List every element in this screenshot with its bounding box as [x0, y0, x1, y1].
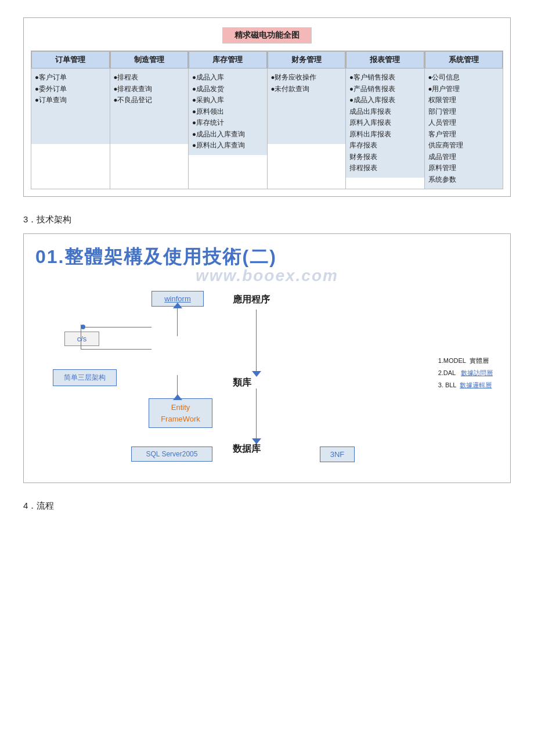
func-col-body: ●客户订单●委外订单●订单查询	[31, 69, 110, 144]
func-col-header: 系统管理	[425, 51, 503, 69]
func-col-item: ●原料领出	[192, 106, 264, 118]
func-col-item: 客户管理	[428, 129, 500, 141]
func-col: 库存管理●成品入库●成品发货●采购入库●原料领出●库存统计●成品出入库查询●原料…	[189, 51, 268, 189]
func-col-header: 财务管理	[268, 51, 346, 69]
func-col-item: ●客户销售报表	[349, 72, 421, 84]
right-labels: 1.MODEL 實體層 2.DAL 數據訪問層 3. BLL 數據邏輯層	[438, 355, 493, 391]
func-col-item: ●排程表查询	[114, 84, 185, 95]
tech-diagram: 01.整體架構及使用技術(二) www.booex.com winform 應用…	[23, 233, 511, 483]
func-col: 制造管理●排程表●排程表查询●不良品登记	[110, 51, 189, 189]
func-col-item: ●客户订单	[35, 72, 106, 84]
func-col-item: 供应商管理	[428, 140, 500, 152]
func-col-item: 原料入库报表	[349, 117, 421, 129]
func-col-item: ●财务应收操作	[271, 72, 342, 84]
func-col-item: ●原料出入库查询	[192, 140, 264, 152]
section4-heading: 4．流程	[23, 501, 511, 512]
func-col-item: ●库存统计	[192, 117, 264, 129]
func-col-item: 库存报表	[349, 140, 421, 152]
func-col-item: 人员管理	[428, 117, 500, 129]
nf-box: 3NF	[320, 447, 355, 462]
func-col-item: ●成品入库报表	[349, 95, 421, 106]
func-col: 报表管理●客户销售报表●产品销售报表●成品入库报表成品出库报表原料入库报表原料出…	[346, 51, 425, 189]
func-col-item: 排程报表	[349, 163, 421, 174]
simple-arch-box: 简单三层架构	[53, 369, 117, 386]
func-col-item: ●订单查询	[35, 95, 106, 106]
func-col-item: 成品管理	[428, 152, 500, 163]
func-columns: 订单管理●客户订单●委外订单●订单查询制造管理●排程表●排程表查询●不良品登记库…	[31, 51, 503, 189]
class-label: 類库	[233, 377, 251, 389]
func-col-item: 财务报表	[349, 152, 421, 163]
bll-label: 3. BLL 數據邏輯層	[438, 379, 493, 391]
section3-heading: 3．技术架构	[23, 214, 511, 225]
func-col-item: ●产品销售报表	[349, 84, 421, 95]
func-col-item: 系统参数	[428, 174, 500, 186]
func-col-body: ●成品入库●成品发货●采购入库●原料领出●库存统计●成品出入库查询●原料出入库查…	[189, 69, 267, 155]
dal-label: 2.DAL 數據訪問層	[438, 367, 493, 379]
tech-body: winform 應用程序 c/s 简单三层架构 類库 EntityFrameWo…	[35, 285, 499, 483]
sql-box: SQL Server2005	[131, 447, 212, 462]
func-col: 系统管理●公司信息●用户管理权限管理部门管理人员管理客户管理供应商管理成品管理原…	[425, 51, 503, 189]
func-col-item: ●委外订单	[35, 84, 106, 95]
function-diagram: 精求磁电功能全图 订单管理●客户订单●委外订单●订单查询制造管理●排程表●排程表…	[23, 17, 511, 197]
func-col-item: ●采购入库	[192, 95, 264, 106]
func-col-header: 订单管理	[31, 51, 110, 69]
func-col-header: 库存管理	[189, 51, 267, 69]
func-col-item: 原料管理	[428, 163, 500, 174]
func-col-item: 成品出库报表	[349, 106, 421, 118]
func-col-item: ●成品发货	[192, 84, 264, 95]
func-col: 财务管理●财务应收操作●未付款查询	[268, 51, 347, 189]
func-col-header: 报表管理	[346, 51, 424, 69]
func-col-body: ●客户销售报表●产品销售报表●成品入库报表成品出库报表原料入库报表原料出库报表库…	[346, 69, 424, 178]
func-col-item: 权限管理	[428, 95, 500, 106]
cs-box: c/s	[64, 332, 99, 346]
db-label: 数据库	[233, 443, 261, 455]
func-col-body: ●财务应收操作●未付款查询	[268, 69, 346, 144]
func-col-item: ●排程表	[114, 72, 185, 84]
func-col: 订单管理●客户订单●委外订单●订单查询	[31, 51, 110, 189]
func-col-item: ●不良品登记	[114, 95, 185, 106]
func-col-item: ●公司信息	[428, 72, 500, 84]
func-col-body: ●排程表●排程表查询●不良品登记	[110, 69, 189, 144]
func-col-item: ●成品入库	[192, 72, 264, 84]
func-col-item: ●未付款查询	[271, 84, 342, 95]
entity-box: EntityFrameWork	[149, 398, 212, 428]
func-col-body: ●公司信息●用户管理权限管理部门管理人员管理客户管理供应商管理成品管理原料管理系…	[425, 69, 503, 189]
func-col-item: ●用户管理	[428, 84, 500, 95]
app-label: 應用程序	[233, 294, 270, 306]
func-col-item: 部门管理	[428, 106, 500, 118]
cs-dot	[81, 325, 85, 329]
func-col-item: ●成品出入库查询	[192, 129, 264, 141]
func-diagram-title: 精求磁电功能全图	[222, 27, 312, 44]
func-col-item: 原料出库报表	[349, 129, 421, 141]
model-label: 1.MODEL 實體層	[438, 355, 493, 367]
func-col-header: 制造管理	[110, 51, 189, 69]
